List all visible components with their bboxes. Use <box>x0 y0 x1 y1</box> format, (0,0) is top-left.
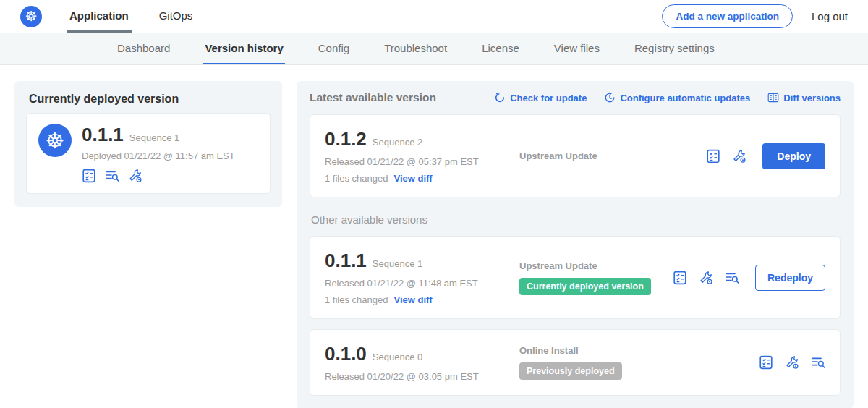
deployed-action-icons <box>82 169 235 183</box>
version-line: 0.1.2 Sequence 2 <box>325 128 516 150</box>
other-available-versions-title: Other available versions <box>310 213 841 226</box>
top-header: ☸ Application GitOps Add a new applicati… <box>0 0 868 33</box>
view-files-changed-icon[interactable] <box>811 355 825 370</box>
version-row-latest: 0.1.2 Sequence 2 Released 01/21/22 @ 05:… <box>310 114 841 197</box>
refresh-icon <box>494 92 506 103</box>
version-info: 0.1.0 Sequence 0 Released 01/20/22 @ 03:… <box>325 343 516 382</box>
diff-versions-label: Diff versions <box>783 93 841 103</box>
deployed-timestamp: Deployed 01/21/22 @ 11:57 am EST <box>82 150 235 161</box>
currently-deployed-badge: Currently deployed version <box>519 278 651 295</box>
redeploy-button[interactable]: Redeploy <box>755 265 825 291</box>
version-info: 0.1.1 Sequence 1 Released 01/21/22 @ 11:… <box>325 250 516 305</box>
view-diff-link[interactable]: View diff <box>393 294 432 305</box>
view-files-changed-icon[interactable] <box>105 169 119 183</box>
version-row: 0.1.0 Sequence 0 Released 01/20/22 @ 03:… <box>310 329 841 396</box>
released-timestamp: Released 01/20/22 @ 03:05 pm EST <box>325 371 516 382</box>
deployed-sequence: Sequence 1 <box>129 132 179 143</box>
subnav-registry-settings[interactable]: Registry settings <box>633 33 716 64</box>
sequence-label: Sequence 0 <box>373 352 422 362</box>
previously-deployed-badge: Previously deployed <box>519 362 622 380</box>
deployed-version-info: 0.1.1 Sequence 1 Deployed 01/21/22 @ 11:… <box>82 124 235 183</box>
helm-wheel-glyph: ☸ <box>25 8 37 25</box>
deployed-version-number: 0.1.1 <box>82 124 124 146</box>
version-source-label: Upstream Update <box>519 260 673 271</box>
version-source-block: Upstream Update Currently deployed versi… <box>516 260 673 295</box>
kubernetes-logo-icon: ☸ <box>20 6 42 27</box>
check-for-update-label: Check for update <box>510 93 587 103</box>
files-changed-line: 1 files changed View diff <box>325 294 516 305</box>
view-diff-link[interactable]: View diff <box>393 173 432 184</box>
configure-automatic-updates-label: Configure automatic updates <box>620 93 750 103</box>
edit-config-icon[interactable] <box>128 169 142 183</box>
add-new-application-button[interactable]: Add a new application <box>662 4 793 28</box>
version-source-block: Online Install Previously deployed <box>516 345 759 380</box>
sequence-label: Sequence 2 <box>373 137 422 148</box>
release-notes-icon[interactable] <box>673 271 687 285</box>
app-logo-icon: ☸ <box>38 124 72 157</box>
version-source-block: Upstream Update <box>516 150 706 161</box>
version-line: 0.1.0 Sequence 0 <box>325 343 516 365</box>
header-right-group: Add a new application Log out <box>662 0 848 33</box>
panel-header: Latest available version Check for updat… <box>310 91 841 104</box>
version-number: 0.1.0 <box>325 343 367 365</box>
version-source-label: Upstream Update <box>519 150 706 161</box>
files-changed-count: 1 files changed <box>325 173 388 184</box>
release-notes-icon[interactable] <box>759 355 773 370</box>
app-subnav: Dashboard Version history Config Trouble… <box>0 33 868 65</box>
logout-button[interactable]: Log out <box>812 10 848 22</box>
version-line: 0.1.1 Sequence 1 <box>325 250 516 272</box>
tab-application-label: Application <box>69 9 129 22</box>
subnav-dashboard[interactable]: Dashboard <box>116 33 171 64</box>
version-history-panel: Latest available version Check for updat… <box>297 81 854 408</box>
currently-deployed-panel: Currently deployed version ☸ 0.1.1 Seque… <box>14 81 282 207</box>
version-actions: Redeploy <box>673 265 825 291</box>
files-changed-count: 1 files changed <box>325 294 388 305</box>
subnav-view-files[interactable]: View files <box>553 33 601 64</box>
subnav-license[interactable]: License <box>480 33 521 64</box>
deployed-panel-title: Currently deployed version <box>26 91 271 113</box>
tab-gitops-label: GitOps <box>159 9 193 22</box>
tab-application[interactable]: Application <box>67 0 132 33</box>
edit-config-icon[interactable] <box>699 271 713 285</box>
version-actions <box>759 355 825 370</box>
subnav-config[interactable]: Config <box>317 33 351 64</box>
released-timestamp: Released 01/21/22 @ 11:48 am EST <box>325 278 516 289</box>
edit-config-icon[interactable] <box>732 149 746 163</box>
diff-table-icon <box>767 92 779 103</box>
sequence-label: Sequence 1 <box>373 258 422 269</box>
version-row: 0.1.1 Sequence 1 Released 01/21/22 @ 11:… <box>310 236 841 319</box>
version-info: 0.1.2 Sequence 2 Released 01/21/22 @ 05:… <box>325 128 516 184</box>
released-timestamp: Released 01/21/22 @ 05:37 pm EST <box>325 156 516 167</box>
main-content: Currently deployed version ☸ 0.1.1 Seque… <box>0 65 868 408</box>
check-for-update-link[interactable]: Check for update <box>494 92 587 103</box>
release-notes-icon[interactable] <box>82 169 96 183</box>
subnav-troubleshoot[interactable]: Troubleshoot <box>383 33 448 64</box>
files-changed-line: 1 files changed View diff <box>325 173 516 184</box>
version-actions: Deploy <box>706 143 825 169</box>
view-files-changed-icon[interactable] <box>725 271 739 285</box>
panel-actions: Check for update Configure automatic upd… <box>494 92 841 103</box>
clock-refresh-icon <box>604 92 616 103</box>
deployed-version-card: ☸ 0.1.1 Sequence 1 Deployed 01/21/22 @ 1… <box>26 113 271 194</box>
release-notes-icon[interactable] <box>706 149 720 163</box>
edit-config-icon[interactable] <box>785 355 799 370</box>
version-number: 0.1.2 <box>325 128 367 150</box>
deploy-button[interactable]: Deploy <box>762 143 825 169</box>
helm-wheel-glyph: ☸ <box>46 128 65 153</box>
latest-available-title: Latest available version <box>310 91 436 104</box>
version-source-label: Online Install <box>519 345 759 356</box>
version-line: 0.1.1 Sequence 1 <box>82 124 235 146</box>
version-number: 0.1.1 <box>325 250 367 272</box>
diff-versions-link[interactable]: Diff versions <box>767 92 841 103</box>
configure-automatic-updates-link[interactable]: Configure automatic updates <box>604 92 750 103</box>
tab-gitops[interactable]: GitOps <box>156 0 196 33</box>
subnav-version-history[interactable]: Version history <box>203 33 284 64</box>
